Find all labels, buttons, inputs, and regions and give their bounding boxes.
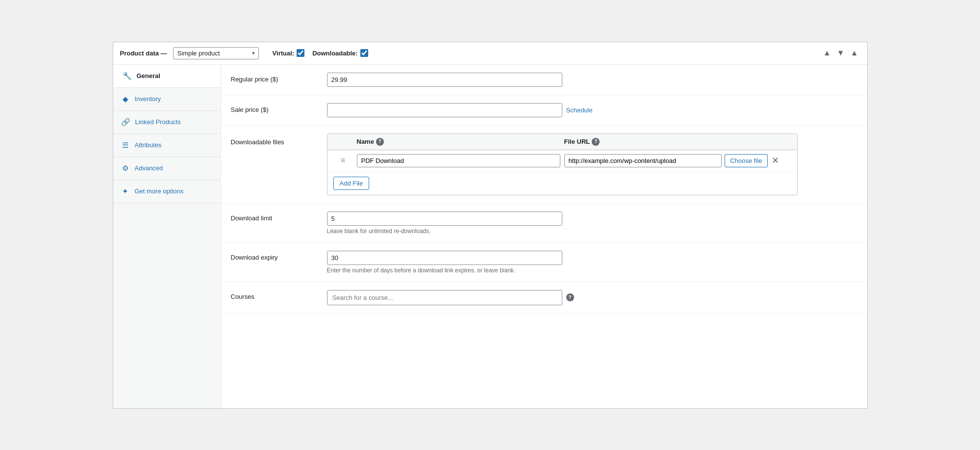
file-url-help-icon[interactable]: ? — [592, 138, 600, 146]
file-url-input[interactable] — [564, 154, 722, 167]
virtual-label: Virtual: — [273, 49, 305, 57]
link-icon: 🔗 — [121, 118, 130, 127]
schedule-link[interactable]: Schedule — [566, 106, 593, 114]
download-limit-control: Leave blank for unlimited re-downloads. — [327, 212, 857, 235]
product-data-title: Product data — — [120, 50, 167, 57]
download-files-table: Name ? File URL ? ≡ — [327, 133, 798, 195]
sidebar-item-linked-products[interactable]: 🔗 Linked Products — [113, 111, 221, 134]
file-url-column-header: File URL ? — [564, 138, 768, 146]
name-help-icon[interactable]: ? — [376, 138, 384, 146]
collapse-down-button[interactable]: ▼ — [835, 48, 847, 58]
sidebar: 🔧 General ◆ Inventory 🔗 Linked Products … — [113, 65, 221, 408]
download-expiry-hint: Enter the number of days before a downlo… — [327, 267, 553, 274]
download-limit-input[interactable] — [327, 212, 562, 226]
product-options-group: Virtual: Downloadable: — [273, 49, 368, 57]
downloadable-label: Downloadable: — [312, 49, 368, 57]
remove-file-button[interactable]: ✕ — [772, 155, 779, 166]
product-data-header: Product data — Simple product Grouped pr… — [113, 42, 867, 65]
download-limit-row: Download limit Leave blank for unlimited… — [221, 204, 867, 243]
name-column-header: Name ? — [357, 138, 560, 146]
regular-price-label: Regular price ($) — [231, 73, 319, 83]
regular-price-input[interactable] — [327, 73, 562, 87]
product-type-select[interactable]: Simple product Grouped product External/… — [173, 47, 259, 59]
product-data-body: 🔧 General ◆ Inventory 🔗 Linked Products … — [113, 65, 867, 408]
file-name-input[interactable] — [357, 154, 560, 167]
list-icon: ☰ — [121, 141, 130, 150]
courses-row-inner: ? — [327, 290, 857, 305]
downloadable-checkbox[interactable] — [360, 49, 368, 57]
diamond-icon: ◆ — [121, 95, 130, 104]
main-content: Regular price ($) Sale price ($) Schedul… — [221, 65, 867, 408]
sale-price-control: Schedule — [327, 103, 857, 117]
sidebar-item-advanced[interactable]: ⚙ Advanced — [113, 157, 221, 180]
sidebar-item-get-more-options[interactable]: ✦ Get more options — [113, 180, 221, 203]
courses-label: Courses — [231, 290, 319, 300]
drag-handle[interactable]: ≡ — [333, 156, 353, 165]
product-type-wrapper: Simple product Grouped product External/… — [173, 47, 259, 59]
sidebar-item-inventory[interactable]: ◆ Inventory — [113, 88, 221, 111]
courses-control: ? — [327, 290, 857, 305]
courses-search-input[interactable] — [327, 290, 562, 305]
download-limit-label: Download limit — [231, 212, 319, 222]
download-expiry-input[interactable] — [327, 251, 562, 265]
plus-icon: ✦ — [121, 187, 130, 196]
remove-file-cell: ✕ — [772, 155, 791, 166]
product-data-box: Product data — Simple product Grouped pr… — [113, 42, 868, 409]
gear-icon: ⚙ — [121, 164, 130, 173]
sale-price-label: Sale price ($) — [231, 103, 319, 113]
downloadable-files-label: Downloadable files — [231, 133, 319, 146]
sale-price-row: Sale price ($) Schedule — [221, 95, 867, 126]
downloadable-files-control: Name ? File URL ? ≡ — [327, 133, 857, 195]
file-name-cell — [357, 154, 560, 167]
choose-file-button[interactable]: Choose file — [725, 154, 767, 167]
download-expiry-control: Enter the number of days before a downlo… — [327, 251, 857, 274]
file-url-cell: Choose file — [564, 154, 768, 167]
courses-row: Courses ? — [221, 282, 867, 314]
add-file-area: Add File — [327, 172, 797, 195]
courses-help-icon[interactable]: ? — [566, 293, 574, 301]
header-actions: ▲ ▼ ▲ — [821, 48, 860, 58]
expand-button[interactable]: ▲ — [849, 48, 860, 58]
download-files-header: Name ? File URL ? — [327, 134, 797, 150]
sale-price-input[interactable] — [327, 103, 562, 117]
regular-price-control — [327, 73, 857, 87]
wrench-icon: 🔧 — [123, 72, 132, 80]
regular-price-row: Regular price ($) — [221, 65, 867, 95]
sidebar-item-attributes[interactable]: ☰ Attributes — [113, 134, 221, 157]
download-expiry-label: Download expiry — [231, 251, 319, 261]
virtual-checkbox[interactable] — [297, 49, 304, 57]
collapse-up-button[interactable]: ▲ — [821, 48, 833, 58]
sale-price-row-inner: Schedule — [327, 103, 857, 117]
download-expiry-row: Download expiry Enter the number of days… — [221, 243, 867, 282]
download-limit-hint: Leave blank for unlimited re-downloads. — [327, 228, 553, 235]
sidebar-item-general[interactable]: 🔧 General — [113, 65, 221, 88]
add-file-button[interactable]: Add File — [333, 177, 370, 190]
downloadable-files-row: Downloadable files Name ? File URL ? — [221, 126, 867, 204]
download-file-row: ≡ Choose file ✕ — [327, 150, 797, 172]
